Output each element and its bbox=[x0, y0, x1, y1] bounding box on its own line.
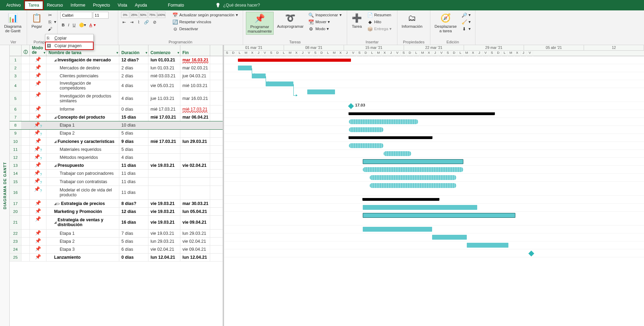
row-mode[interactable]: 📌 bbox=[30, 170, 46, 177]
duration-cell[interactable]: 4 días bbox=[119, 154, 148, 161]
menu-archivo[interactable]: Archivo bbox=[3, 1, 24, 9]
gantt-row[interactable] bbox=[224, 182, 644, 196]
task-name-cell[interactable]: Informe bbox=[46, 105, 119, 113]
gantt-row[interactable] bbox=[224, 204, 644, 212]
start-cell[interactable]: mié 03.03.21 bbox=[148, 72, 180, 80]
cut-button[interactable]: ✂ bbox=[46, 12, 58, 18]
gantt-bar[interactable] bbox=[349, 112, 495, 115]
task-name-cell[interactable]: Lanzamiento bbox=[46, 254, 119, 261]
end-cell[interactable]: vie 02.04.21 bbox=[180, 162, 210, 169]
gantt-row[interactable] bbox=[224, 225, 644, 233]
gantt-row[interactable] bbox=[224, 80, 644, 88]
table-row[interactable]: 3📌Clientes potenciales2 díasmié 03.03.21… bbox=[10, 72, 223, 80]
end-cell[interactable]: lun 29.03.21 bbox=[180, 230, 210, 237]
gantt-bar[interactable] bbox=[370, 183, 456, 188]
start-cell[interactable]: lun 01.03.21 bbox=[148, 56, 180, 64]
row-mode[interactable]: 📌 bbox=[30, 56, 46, 64]
gantt-bar[interactable] bbox=[363, 167, 463, 172]
duration-cell[interactable]: 11 días bbox=[119, 170, 148, 177]
row-info[interactable] bbox=[22, 113, 30, 121]
row-info[interactable] bbox=[22, 138, 30, 145]
deactivate-button[interactable]: ⊝Desactivar bbox=[171, 26, 239, 32]
gantt-row[interactable] bbox=[224, 233, 644, 241]
row-number[interactable]: 25 bbox=[10, 254, 22, 261]
row-mode[interactable]: 📌 bbox=[30, 138, 46, 145]
row-info[interactable] bbox=[22, 200, 30, 207]
row-info[interactable] bbox=[22, 105, 30, 113]
menu-ayuda[interactable]: Ayuda bbox=[131, 1, 151, 9]
col-mode[interactable]: Modo de▾ bbox=[30, 45, 46, 56]
table-row[interactable]: 23📌Etapa 25 díaslun 29.03.21vie 02.04.21 bbox=[10, 238, 223, 246]
table-row[interactable]: 2📌Mercados de destino2 díaslun 01.03.21m… bbox=[10, 64, 223, 72]
gantt-row[interactable] bbox=[224, 150, 644, 158]
task-name-cell[interactable]: Etapa 1 bbox=[46, 121, 119, 129]
information-button[interactable]: 🗂 Información bbox=[400, 12, 424, 29]
row-number[interactable]: 12 bbox=[10, 154, 22, 161]
start-cell[interactable] bbox=[148, 178, 180, 185]
row-info[interactable] bbox=[22, 162, 30, 169]
font-family-select[interactable] bbox=[60, 12, 92, 19]
row-mode[interactable]: 📌 bbox=[30, 80, 46, 91]
row-mode[interactable]: 📌 bbox=[30, 105, 46, 113]
duration-cell[interactable]: 4 días bbox=[119, 80, 148, 91]
row-info[interactable] bbox=[22, 154, 30, 161]
duration-cell[interactable]: 5 días bbox=[119, 129, 148, 137]
row-mode[interactable]: 📌 bbox=[30, 121, 46, 129]
row-number[interactable]: 20 bbox=[10, 208, 22, 215]
row-number[interactable]: 5 bbox=[10, 92, 22, 105]
duration-cell[interactable]: 11 días bbox=[119, 178, 148, 185]
table-row[interactable]: 6📌Informe0 díasmié 17.03.21mié 17.03.21 bbox=[10, 105, 223, 113]
update-schedule-button[interactable]: 📅Actualizar según programación ▾ bbox=[171, 12, 239, 18]
unlink-button[interactable]: ⊘ bbox=[152, 19, 158, 25]
start-cell[interactable] bbox=[148, 170, 180, 177]
row-mode[interactable]: 📌 bbox=[30, 154, 46, 161]
start-cell[interactable]: vie 05.03.21 bbox=[148, 80, 180, 91]
row-mode[interactable]: 📌 bbox=[30, 186, 46, 199]
gantt-chart[interactable]: 01 mar '2108 mar '2115 mar '2122 mar '21… bbox=[224, 45, 644, 326]
gantt-bar[interactable] bbox=[238, 59, 351, 62]
gantt-bar[interactable] bbox=[349, 127, 384, 132]
insert-milestone-button[interactable]: ◆Hito bbox=[366, 19, 393, 25]
end-cell[interactable] bbox=[180, 178, 210, 185]
duration-cell[interactable]: 0 días bbox=[119, 105, 148, 113]
gantt-bar[interactable] bbox=[467, 243, 508, 248]
duration-cell[interactable]: 2 días bbox=[119, 72, 148, 80]
row-mode[interactable]: 📌 bbox=[30, 208, 46, 215]
start-cell[interactable]: vie 19.03.21 bbox=[148, 230, 180, 237]
table-row[interactable]: 7📌◢Concepto del producto15 díasmié 17.03… bbox=[10, 113, 223, 121]
row-info[interactable] bbox=[22, 178, 30, 185]
table-row[interactable]: 12📌Métodos requeridos4 días bbox=[10, 154, 223, 162]
pct-0%[interactable]: 0% bbox=[121, 12, 129, 18]
row-mode[interactable]: 📌 bbox=[30, 230, 46, 237]
table-row[interactable]: 13📌◢Presupuesto11 díasvie 19.03.21vie 02… bbox=[10, 162, 223, 170]
end-cell[interactable]: mié 10.03.21 bbox=[180, 80, 210, 91]
task-name-cell[interactable]: ◢Funciones y características bbox=[46, 138, 119, 145]
row-number[interactable]: 21 bbox=[10, 216, 22, 229]
schedule-manual-button[interactable]: 📌 Programar manualmente bbox=[246, 12, 274, 35]
tell-me-search[interactable]: ¿Qué desea hacer? bbox=[215, 3, 260, 8]
table-row[interactable]: 8📌Etapa 110 días bbox=[10, 121, 223, 129]
end-cell[interactable]: mar 02.03.21 bbox=[180, 64, 210, 72]
gantt-row[interactable] bbox=[224, 142, 644, 150]
col-start[interactable]: Comienzo▾ bbox=[148, 45, 180, 56]
insert-deliverable-button[interactable]: 📦Entrega ▾ bbox=[366, 26, 393, 32]
start-cell[interactable]: vie 19.03.21 bbox=[148, 216, 180, 229]
end-cell[interactable] bbox=[180, 154, 210, 161]
copy-menu-copy-image[interactable]: 🖼 Copiar imagen bbox=[45, 42, 93, 50]
expand-icon[interactable]: ◢ bbox=[54, 164, 57, 167]
fill-button[interactable]: ⬇▾ bbox=[460, 26, 472, 32]
start-cell[interactable]: mié 17.03.21 bbox=[148, 105, 180, 113]
row-mode[interactable]: 📌 bbox=[30, 238, 46, 245]
task-name-cell[interactable]: Métodos requeridos bbox=[46, 154, 119, 161]
schedule-auto-button[interactable]: ➰ Autoprogramar bbox=[276, 12, 305, 29]
gantt-row[interactable] bbox=[224, 56, 644, 64]
duration-cell[interactable]: 6 días bbox=[119, 246, 148, 253]
end-cell[interactable]: jue 04.03.21 bbox=[180, 72, 210, 80]
table-row[interactable]: 5📌Investigación de productos similares4 … bbox=[10, 92, 223, 105]
row-mode[interactable]: 📌 bbox=[30, 246, 46, 253]
end-cell[interactable] bbox=[180, 129, 210, 137]
row-number[interactable]: 10 bbox=[10, 138, 22, 145]
duration-cell[interactable]: 16 días bbox=[119, 216, 148, 229]
bold-button[interactable]: B bbox=[60, 23, 66, 27]
insert-summary-button[interactable]: 📄Resumen bbox=[366, 12, 393, 18]
